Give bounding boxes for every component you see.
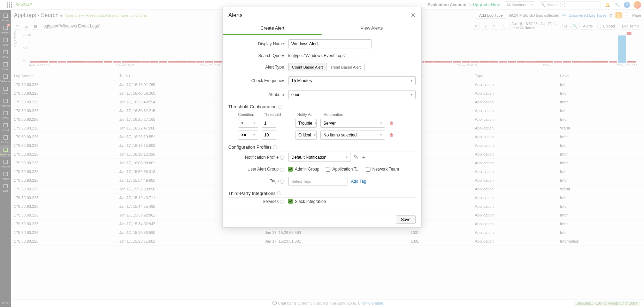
- delete-row-icon[interactable]: 🗑: [389, 121, 394, 126]
- condition-select[interactable]: >=▾: [238, 131, 258, 140]
- alert-type-toggle: Count Based Alert Trend Based Alert: [288, 63, 365, 71]
- label-attribute: Attribute: [228, 92, 284, 97]
- label-search-query: Search Query: [228, 53, 284, 58]
- notify-as-select[interactable]: Trouble▾: [295, 119, 317, 128]
- section-config-profiles: Configuration Profilesi: [228, 144, 416, 151]
- attribute-select[interactable]: count▾: [288, 90, 416, 99]
- notify-as-select[interactable]: Critical▾: [295, 131, 317, 140]
- search-query-text: logtype="Windows Event Logs": [288, 53, 416, 58]
- user-alert-groups: Admin GroupApplication T...Network Team: [288, 167, 416, 172]
- delete-row-icon[interactable]: 🗑: [389, 133, 394, 138]
- tab-create-alert[interactable]: Create Alert: [223, 22, 322, 35]
- label-tags: Tags i: [228, 179, 284, 184]
- tab-view-alerts[interactable]: View Alerts: [322, 22, 421, 35]
- info-icon[interactable]: i: [277, 191, 281, 195]
- tags-input[interactable]: Select Tags: [288, 177, 347, 186]
- add-tag-link[interactable]: Add Tag: [351, 179, 366, 184]
- threshold-row: >=▾Critical▾No items selected▾🗑: [228, 131, 416, 140]
- label-alert-type: Alert Type: [228, 65, 284, 70]
- threshold-input[interactable]: [262, 119, 276, 128]
- label-check-frequency: Check Frequency: [228, 78, 284, 83]
- section-third-party: Third-Party Integrationsi: [228, 191, 416, 198]
- notification-profile-select[interactable]: Default Notification▾: [288, 153, 351, 162]
- label-notification-profile: Notification Profile i: [228, 155, 284, 160]
- edit-icon[interactable]: ✎: [354, 154, 358, 161]
- save-button[interactable]: Save: [396, 215, 416, 224]
- automation-select[interactable]: No items selected▾: [320, 131, 385, 140]
- add-icon[interactable]: ＋: [361, 154, 367, 161]
- pill-count-based[interactable]: Count Based Alert: [289, 63, 327, 71]
- label-services: Services i: [228, 199, 284, 204]
- threshold-row: >▾Trouble▾Server▾🗑: [228, 119, 416, 128]
- pill-trend-based[interactable]: Trend Based Alert: [327, 63, 365, 71]
- section-threshold: Threshold Configurationi: [228, 104, 416, 111]
- alerts-modal: Alerts ✕ Create Alert View Alerts Displa…: [222, 7, 422, 228]
- modal-overlay: Alerts ✕ Create Alert View Alerts Displa…: [0, 0, 644, 307]
- group-checkbox[interactable]: Application T...: [326, 167, 360, 172]
- close-icon[interactable]: ✕: [411, 11, 416, 19]
- modal-tabs: Create Alert View Alerts: [223, 22, 421, 35]
- label-user-alert-group: User Alert Group i: [228, 167, 284, 172]
- info-icon[interactable]: i: [273, 145, 277, 149]
- group-checkbox[interactable]: Admin Group: [288, 167, 320, 172]
- check-frequency-select[interactable]: 15 Minutes▾: [288, 76, 416, 85]
- condition-select[interactable]: >▾: [238, 119, 258, 128]
- group-checkbox[interactable]: Network Team: [366, 167, 399, 172]
- display-name-input[interactable]: [288, 39, 372, 48]
- info-icon[interactable]: i: [278, 105, 282, 109]
- automation-select[interactable]: Server▾: [320, 119, 385, 128]
- label-display-name: Display Name: [228, 41, 284, 46]
- service-slack-checkbox[interactable]: Slack Integration: [288, 199, 326, 204]
- modal-title: Alerts: [228, 12, 243, 18]
- threshold-input[interactable]: [262, 131, 276, 140]
- threshold-columns: Condition Threshold Notify As Automation: [228, 112, 416, 117]
